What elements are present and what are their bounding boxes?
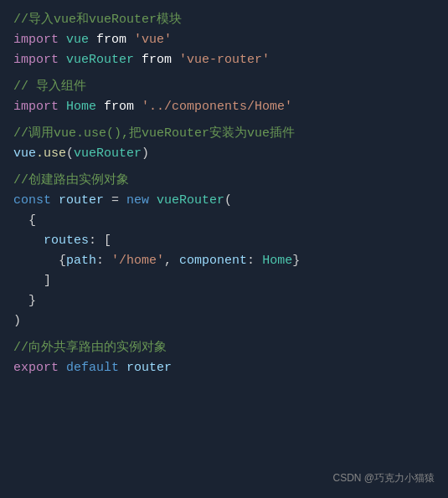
path-prop: path bbox=[66, 251, 96, 271]
obj-brace-open: { bbox=[59, 251, 66, 271]
code-line-4: vue .use ( vueRouter ) bbox=[13, 144, 435, 164]
vueRouter-arg: vueRouter bbox=[74, 144, 142, 164]
code-line-5: const router = new vueRouter ( bbox=[13, 191, 435, 211]
home-component-val: Home bbox=[262, 251, 292, 271]
vue-string: 'vue' bbox=[134, 30, 172, 50]
comment-line-1: //导入vue和vueRouter模块 bbox=[13, 10, 435, 30]
code-line-2: import vueRouter from 'vue-router' bbox=[13, 50, 435, 70]
default-keyword: default bbox=[66, 358, 126, 378]
code-block: //导入vue和vueRouter模块 import vue from 'vue… bbox=[0, 0, 448, 498]
comment-text-2: // 导入组件 bbox=[13, 77, 86, 97]
from-keyword-2: from bbox=[142, 50, 179, 70]
import-keyword-2: import bbox=[13, 50, 66, 70]
routes-colon: : [ bbox=[89, 231, 111, 251]
code-line-1: import vue from 'vue' bbox=[13, 30, 435, 50]
brace-open: { bbox=[28, 211, 36, 231]
comment-text-4: //创建路由实例对象 bbox=[13, 171, 129, 191]
home-identifier: Home bbox=[66, 97, 104, 117]
watermark: CSDN @巧克力小猫猿 bbox=[332, 470, 435, 486]
code-line-8: { path : '/home' , component : Home } bbox=[13, 251, 435, 271]
router-export: router bbox=[126, 358, 172, 378]
comment-line-2: // 导入组件 bbox=[13, 77, 435, 97]
router-var: router bbox=[59, 191, 111, 211]
comment-line-5: //向外共享路由的实例对象 bbox=[13, 338, 435, 358]
comment-line-3: //调用vue.use(),把vueRouter安装为vue插件 bbox=[13, 124, 435, 144]
component-prop: component bbox=[179, 251, 247, 271]
indent-1b bbox=[13, 291, 28, 311]
comma-1: , bbox=[164, 251, 179, 271]
constructor-paren: ( bbox=[224, 191, 232, 211]
use-paren-close: ) bbox=[142, 144, 149, 164]
equals-sign: = bbox=[111, 191, 126, 211]
code-line-10: } bbox=[13, 291, 435, 311]
comment-text-3: //调用vue.use(),把vueRouter安装为vue插件 bbox=[13, 124, 295, 144]
export-keyword: export bbox=[13, 358, 66, 378]
comment-text-5: //向外共享路由的实例对象 bbox=[13, 338, 167, 358]
component-colon: : bbox=[247, 251, 262, 271]
code-line-9: ] bbox=[13, 271, 435, 291]
paren-close: ) bbox=[13, 311, 21, 331]
vue-router-string: 'vue-router' bbox=[179, 50, 270, 70]
code-line-12: export default router bbox=[13, 358, 435, 378]
indent-2 bbox=[13, 231, 44, 251]
code-line-6: { bbox=[13, 211, 435, 231]
bracket-close: ] bbox=[44, 271, 51, 291]
indent-2b bbox=[13, 271, 44, 291]
home-path-string: '/home' bbox=[111, 251, 164, 271]
vue-var: vue bbox=[13, 144, 36, 164]
vue-identifier: vue bbox=[66, 30, 96, 50]
code-line-3: import Home from '../components/Home' bbox=[13, 97, 435, 117]
brace-close: } bbox=[28, 291, 36, 311]
obj-brace-close: } bbox=[292, 251, 300, 271]
code-line-11: ) bbox=[13, 311, 435, 331]
use-arg: ( bbox=[66, 144, 74, 164]
vueRouter-identifier: vueRouter bbox=[66, 50, 142, 70]
comment-line-4: //创建路由实例对象 bbox=[13, 171, 435, 191]
import-keyword-3: import bbox=[13, 97, 66, 117]
from-keyword-1: from bbox=[96, 30, 134, 50]
code-line-7: routes : [ bbox=[13, 231, 435, 251]
vueRouter-constructor: vueRouter bbox=[157, 191, 224, 211]
home-string: '../components/Home' bbox=[142, 97, 292, 117]
indent-1 bbox=[13, 211, 28, 231]
path-colon: : bbox=[96, 251, 111, 271]
from-keyword-3: from bbox=[104, 97, 142, 117]
new-keyword: new bbox=[126, 191, 157, 211]
use-method: .use bbox=[36, 144, 66, 164]
indent-3 bbox=[13, 251, 59, 271]
routes-prop: routes bbox=[44, 231, 89, 251]
comment-text-1: //导入vue和vueRouter模块 bbox=[13, 10, 182, 30]
import-keyword-1: import bbox=[13, 30, 66, 50]
const-keyword: const bbox=[13, 191, 59, 211]
